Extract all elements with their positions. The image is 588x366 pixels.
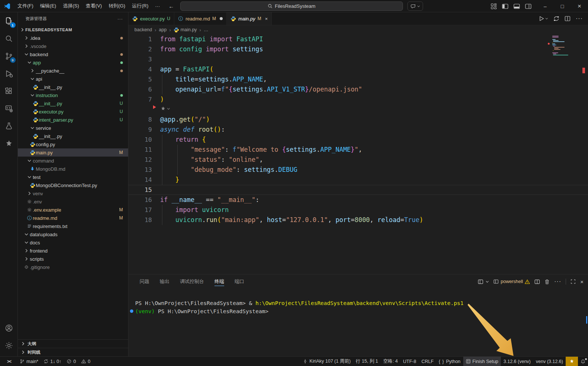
status-bell[interactable] [578,357,588,366]
maximize-button[interactable]: □ [554,0,571,12]
code-editor[interactable]: 1from fastapi import FastAPI2from config… [128,34,588,274]
tree-item-venv[interactable]: venv [18,189,128,198]
code-line-17[interactable]: 17 import uvicorn [128,205,588,215]
command-decoration-icon[interactable] [130,309,133,313]
breadcrumb[interactable]: backend›app›main.py›… [128,25,588,34]
maximize-panel-icon[interactable] [570,279,576,284]
panel-tab-调试控制台[interactable]: 调试控制台 [180,274,204,289]
terminal-tab-powershell[interactable]: powershell [493,279,530,284]
tree-item-config.py[interactable]: config.py [18,140,128,148]
tree-item-docs[interactable]: docs [18,238,128,247]
kill-terminal-trash-icon[interactable] [544,279,550,285]
explorer-more-actions[interactable]: ··· [118,17,123,21]
tab-executor-py[interactable]: executor.pyU [128,12,174,25]
status-remote[interactable]: >< [0,357,17,366]
copilot-chat-button[interactable] [407,1,423,11]
code-line-18[interactable]: 18 uvicorn.run("main:app", host="127.0.0… [128,215,588,225]
status-Python[interactable]: { }Python [436,357,463,366]
source-control-icon[interactable]: 9 [0,47,18,65]
status-UTF-8[interactable]: UTF-8 [400,357,419,366]
breadcrumb-item-2[interactable]: main.py [174,27,197,33]
tree-item-command[interactable]: command [18,157,128,165]
panel-tab-端口[interactable]: 端口 [235,274,244,289]
code-line-4[interactable]: 4app = FastAPI( [128,64,588,74]
code-line-14[interactable]: 14 } [128,175,588,185]
breadcrumb-item-1[interactable]: app [159,27,167,32]
run-debug-icon[interactable] [0,65,18,82]
tree-item-scripts[interactable]: scripts [18,255,128,263]
terminal-more-actions[interactable]: ··· [554,278,561,285]
status-0[interactable]: 0 [79,357,93,366]
extensions-icon[interactable] [0,82,18,100]
tree-item-.gitignore[interactable]: .gitignore [18,263,128,271]
terminal-profile-chevron-icon[interactable] [486,280,489,283]
menu-item-6[interactable]: ··· [152,0,163,12]
tree-item-requirements.txt[interactable]: requirements.txt [18,222,128,230]
code-line-1[interactable]: 1from fastapi import FastAPI [128,34,588,44]
panel-tab-输出[interactable]: 输出 [160,274,169,289]
status-空格-4[interactable]: 空格: 4 [381,357,400,366]
tab-readme-md[interactable]: readme.mdM [174,12,227,25]
back-button[interactable]: ← [168,3,174,9]
code-line-10[interactable]: 10 return { [128,135,588,145]
status-CRLF[interactable]: CRLF [419,357,436,366]
tree-item-.env[interactable]: .env [18,198,128,206]
tree-item-.env.example[interactable]: .env.exampleM [18,206,128,214]
code-line-5[interactable]: 5 title=settings.APP_NAME, [128,74,588,84]
menu-item-1[interactable]: 编辑(E) [37,0,60,12]
code-line-12[interactable]: 12 "status": "online", [128,155,588,165]
status-main-[interactable]: main* [17,357,41,366]
tree-item-executor.py[interactable]: executor.pyU [18,107,128,116]
terminal-scrollbar[interactable] [586,316,587,324]
terminal-output[interactable]: PS H:\OwnProject\FilesReadSysteam> & h:\… [128,289,588,356]
status-venv-3-12-6-[interactable]: venv (3.12.6) [533,357,566,366]
copilot-inline-icon[interactable] [160,106,170,112]
panel-tab-终端[interactable]: 终端 [214,274,224,289]
tree-item-data-uploads[interactable]: data\uploads [18,230,128,238]
menu-item-4[interactable]: 转到(G) [105,0,129,12]
split-editor-icon[interactable] [565,16,570,22]
code-line-7[interactable]: 7) [128,94,588,105]
explorer-icon[interactable]: 1 [0,12,18,30]
tree-item-intent_parser.py[interactable]: intent_parser.pyU [18,116,128,124]
tree-item-__pycache__[interactable]: __pycache__ [18,67,128,75]
settings-gear-icon[interactable] [0,337,18,354]
tab-main-py[interactable]: main.pyM× [227,12,272,25]
code-line-15[interactable]: 15 [128,185,588,195]
code-line-16[interactable]: 16if __name__ == "__main__": [128,195,588,205]
toggle-panel-icon[interactable] [514,3,520,9]
tree-item-.idea[interactable]: .idea [18,34,128,42]
tree-item-service[interactable]: service [18,124,128,132]
customize-layout-icon[interactable] [491,3,497,9]
tree-item-api[interactable]: api [18,75,128,83]
command-center-search[interactable]: FilesReadSysteam [180,1,403,11]
workspace-root-row[interactable]: FILESREADSYSTEAM [18,25,128,34]
menu-item-0[interactable]: 文件(F) [14,0,37,12]
menu-item-3[interactable]: 查看(V) [82,0,105,12]
tree-item-app[interactable]: app [18,58,128,67]
status-行-15-列-1[interactable]: 行 15, 列 1 [353,357,381,366]
code-line-11[interactable]: 11 "message": f"Welcome to {settings.APP… [128,145,588,155]
copilot-pinwheel-icon[interactable] [0,135,18,152]
tree-item-test[interactable]: test [18,173,128,181]
toggle-secondary-sidebar-icon[interactable] [525,3,531,9]
tree-item-backend[interactable]: backend [18,50,128,58]
status-3-12-6-venv-[interactable]: 3.12.6 (venv) [501,357,533,366]
close-button[interactable]: × [571,0,588,12]
breadcrumb-item-3[interactable]: … [204,27,209,32]
tree-item-MongoDBConnectionTest.py[interactable]: MongoDBConnectionTest.py [18,181,128,189]
status-Finish-Setup[interactable]: Finish Setup [463,357,501,366]
menu-item-2[interactable]: 选择(S) [60,0,82,12]
tree-item-__init__.py[interactable]: __init__.py [18,83,128,91]
tab-close-icon[interactable]: × [265,16,268,22]
search-view-icon[interactable] [0,30,18,47]
split-terminal-icon[interactable] [534,279,540,285]
breadcrumb-item-0[interactable]: backend [134,27,152,32]
tree-item-readme.md[interactable]: readme.mdM [18,214,128,222]
editor-more-actions[interactable]: ··· [576,15,583,22]
toggle-sidebar-icon[interactable] [502,3,508,9]
tree-item-main.py[interactable]: main.pyM [18,148,128,157]
code-line-6[interactable]: 6 openapi_url=f"{settings.API_V1_STR}/op… [128,84,588,94]
dirty-dot-icon[interactable] [220,17,223,20]
code-line-13[interactable]: 13 "debug_mode": settings.DEBUG [128,165,588,175]
